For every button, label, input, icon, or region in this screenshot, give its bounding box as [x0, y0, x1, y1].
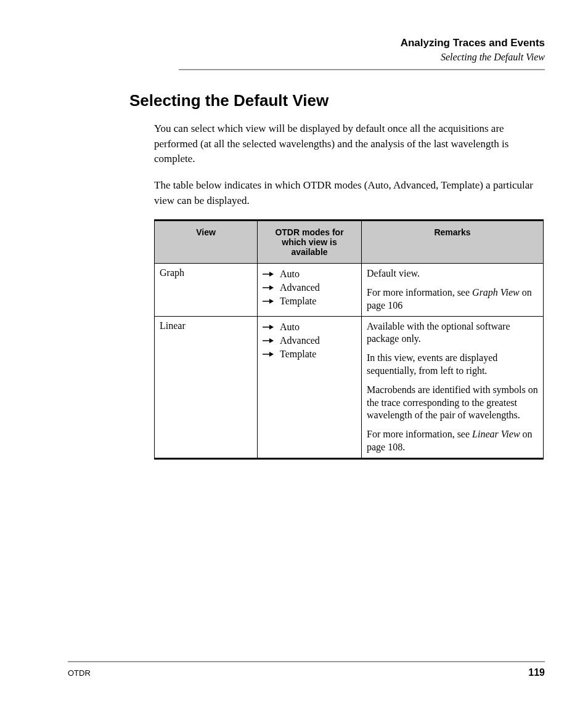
cell-view: Linear — [155, 316, 258, 458]
table-row: GraphAutoAdvancedTemplateDefault view.Fo… — [155, 264, 544, 316]
remark-reference: Graph View — [472, 287, 520, 298]
arrow-bullet-icon — [263, 298, 274, 304]
view-mode-table: View OTDR modes for which view is availa… — [154, 219, 544, 460]
arrow-bullet-icon — [263, 338, 274, 344]
arrow-bullet-icon — [263, 324, 274, 330]
remark-text: Default view. — [367, 268, 420, 278]
table-header-remarks: Remarks — [362, 221, 544, 264]
cell-remarks: Default view.For more information, see G… — [362, 264, 544, 316]
remark-text: Available with the optional software pac… — [367, 321, 510, 344]
cell-modes: AutoAdvancedTemplate — [258, 264, 362, 316]
arrow-bullet-icon — [263, 285, 274, 291]
cell-remarks: Available with the optional software pac… — [362, 316, 544, 458]
arrow-bullet-icon — [263, 351, 274, 357]
svg-marker-9 — [269, 338, 274, 343]
mode-label: Advanced — [280, 335, 320, 346]
svg-marker-5 — [269, 299, 274, 304]
mode-label: Template — [280, 349, 316, 360]
mode-item: Auto — [263, 320, 356, 334]
body-text: You can select which view will be displa… — [154, 121, 545, 208]
remark-text: In this view, events are displayed seque… — [367, 352, 497, 376]
remark: In this view, events are displayed seque… — [367, 352, 538, 378]
remark: Available with the optional software pac… — [367, 320, 538, 346]
svg-marker-3 — [269, 285, 274, 290]
footer-product: OTDR — [68, 668, 91, 678]
remark: For more information, see Linear View on… — [367, 428, 538, 454]
paragraph: You can select which view will be displa… — [154, 121, 545, 167]
remark: For more information, see Graph View on … — [367, 286, 538, 312]
document-page: Analyzing Traces and Events Selecting th… — [0, 0, 588, 714]
remark: Macrobends are identified with symbols o… — [367, 384, 538, 422]
mode-item: Advanced — [263, 281, 356, 294]
mode-item: Advanced — [263, 334, 356, 347]
remark-text: Macrobends are identified with symbols o… — [367, 384, 538, 421]
remark-text: For more information, see — [367, 287, 472, 298]
remark: Default view. — [367, 267, 538, 280]
mode-label: Auto — [280, 269, 300, 280]
mode-label: Template — [280, 296, 316, 307]
table-row: LinearAutoAdvancedTemplateAvailable with… — [155, 316, 544, 458]
remark-reference: Linear View — [472, 429, 520, 439]
mode-item: Template — [263, 294, 356, 308]
svg-marker-11 — [269, 352, 274, 357]
table-header-modes: OTDR modes for which view is available — [258, 221, 362, 264]
arrow-bullet-icon — [263, 271, 274, 277]
footer-page-number: 119 — [528, 667, 545, 678]
running-head: Analyzing Traces and Events Selecting th… — [179, 37, 545, 70]
header-rule — [179, 69, 545, 70]
remark-text: For more information, see — [367, 429, 472, 439]
paragraph: The table below indicates in which OTDR … — [154, 178, 545, 208]
page-footer: OTDR 119 — [68, 661, 545, 678]
table-header-row: View OTDR modes for which view is availa… — [155, 221, 544, 264]
chapter-title: Analyzing Traces and Events — [179, 37, 545, 49]
svg-marker-7 — [269, 325, 274, 330]
cell-modes: AutoAdvancedTemplate — [258, 316, 362, 458]
svg-marker-1 — [269, 272, 274, 277]
section-heading: Selecting the Default View — [129, 91, 545, 110]
mode-item: Template — [263, 347, 356, 361]
section-title-running: Selecting the Default View — [179, 52, 545, 63]
mode-label: Advanced — [280, 282, 320, 293]
table-header-view: View — [155, 221, 258, 264]
mode-item: Auto — [263, 267, 356, 281]
mode-label: Auto — [280, 322, 300, 333]
cell-view: Graph — [155, 264, 258, 316]
